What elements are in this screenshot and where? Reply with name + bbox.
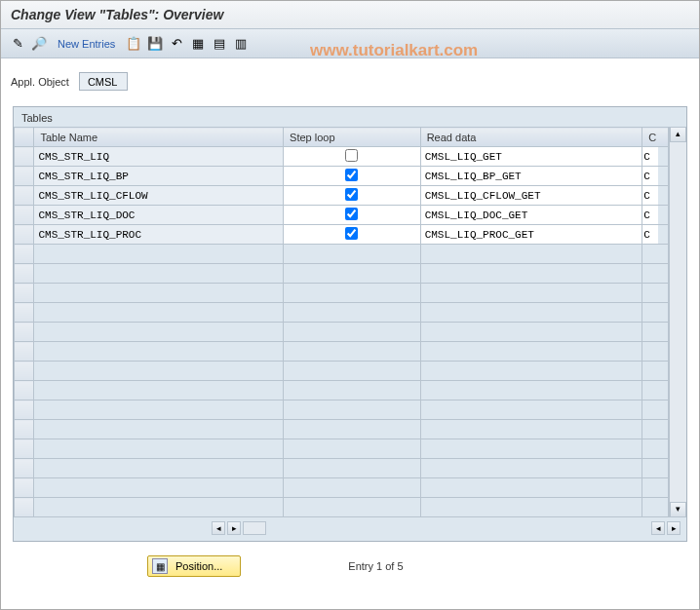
- cell-c: [642, 147, 669, 167]
- empty-cell: [34, 303, 284, 323]
- cell-c: [642, 206, 669, 225]
- row-selector[interactable]: [15, 362, 34, 381]
- empty-cell: [284, 439, 421, 459]
- step-loop-checkbox[interactable]: [345, 188, 358, 201]
- position-button[interactable]: ▦ Position...: [147, 555, 241, 577]
- col-step-loop[interactable]: Step loop: [284, 128, 421, 147]
- row-selector[interactable]: [15, 420, 34, 439]
- row-selector[interactable]: [15, 400, 34, 420]
- table-name-cell[interactable]: [34, 225, 283, 244]
- change-icon[interactable]: ✎: [9, 35, 26, 53]
- empty-cell: [284, 420, 421, 439]
- read-data-cell[interactable]: [421, 206, 642, 224]
- cell-table-name: [34, 186, 284, 206]
- scroll-down-icon[interactable]: ▾: [670, 502, 686, 517]
- cell-table-name: [34, 167, 284, 186]
- read-data-cell[interactable]: [421, 225, 642, 244]
- c-cell[interactable]: [642, 206, 658, 224]
- empty-cell: [642, 420, 669, 439]
- row-selector[interactable]: [15, 342, 34, 362]
- select-block-icon[interactable]: ▤: [211, 35, 228, 53]
- read-data-cell[interactable]: [421, 167, 642, 185]
- empty-cell: [420, 478, 642, 498]
- hscroll-left-icon[interactable]: ◂: [212, 521, 225, 535]
- step-loop-checkbox[interactable]: [345, 227, 358, 240]
- row-selector[interactable]: [15, 478, 34, 498]
- new-entries-button[interactable]: New Entries: [52, 38, 121, 50]
- empty-cell: [34, 284, 284, 303]
- position-label: Position...: [175, 560, 222, 572]
- entry-counter: Entry 1 of 5: [348, 560, 403, 572]
- col-table-name[interactable]: Table Name: [34, 128, 284, 147]
- empty-cell: [420, 303, 642, 323]
- select-all-icon[interactable]: ▦: [189, 35, 207, 53]
- empty-cell: [420, 323, 642, 342]
- row-selector[interactable]: [15, 439, 34, 459]
- display-icon[interactable]: 🔎: [30, 35, 48, 53]
- c-cell[interactable]: [642, 147, 658, 166]
- row-selector[interactable]: [15, 167, 34, 186]
- undo-icon[interactable]: ↶: [168, 35, 185, 53]
- vertical-scrollbar[interactable]: ▴ ▾: [669, 127, 686, 517]
- empty-cell: [420, 420, 642, 439]
- toolbar: ✎ 🔎 New Entries 📋 💾 ↶ ▦ ▤ ▥: [1, 29, 699, 58]
- table-row-empty: [15, 381, 669, 400]
- empty-cell: [34, 362, 284, 381]
- table-row: [15, 225, 669, 245]
- read-data-cell[interactable]: [421, 147, 642, 166]
- row-selector[interactable]: [15, 498, 34, 517]
- row-selector[interactable]: [15, 303, 34, 323]
- copy-icon[interactable]: 📋: [125, 35, 142, 53]
- table-row-empty: [15, 303, 669, 323]
- step-loop-checkbox[interactable]: [345, 208, 358, 220]
- row-selector[interactable]: [15, 459, 34, 478]
- hscroll-left2-icon[interactable]: ◂: [651, 521, 665, 535]
- row-selector[interactable]: [15, 323, 34, 342]
- empty-cell: [34, 420, 284, 439]
- row-selector[interactable]: [15, 264, 34, 284]
- table-name-cell[interactable]: [34, 147, 283, 166]
- scroll-track[interactable]: [670, 142, 686, 502]
- table-row-empty: [15, 400, 669, 420]
- col-selector[interactable]: [15, 128, 34, 147]
- step-loop-checkbox[interactable]: [345, 149, 358, 162]
- hscroll-right2-icon[interactable]: ▸: [667, 521, 681, 535]
- col-read-data[interactable]: Read data: [420, 128, 642, 147]
- row-selector[interactable]: [15, 284, 34, 303]
- footer: ▦ Position... Entry 1 of 5: [1, 548, 699, 577]
- row-selector[interactable]: [15, 186, 34, 206]
- hscroll-right-icon[interactable]: ▸: [227, 521, 241, 535]
- table-name-cell[interactable]: [34, 206, 283, 224]
- table-name-cell[interactable]: [34, 186, 283, 205]
- row-selector[interactable]: [15, 206, 34, 225]
- empty-cell: [642, 303, 669, 323]
- empty-cell: [642, 381, 669, 400]
- row-selector[interactable]: [15, 147, 34, 167]
- save-icon[interactable]: 💾: [146, 35, 164, 53]
- c-cell[interactable]: [642, 167, 658, 185]
- appl-object-field[interactable]: [79, 72, 128, 91]
- hscroll-track[interactable]: [243, 521, 266, 535]
- c-cell[interactable]: [642, 225, 658, 244]
- table-row: [15, 186, 669, 206]
- grid-caption: Tables: [14, 107, 686, 127]
- scroll-up-icon[interactable]: ▴: [670, 127, 686, 142]
- table-row-empty: [15, 459, 669, 478]
- empty-cell: [420, 498, 642, 517]
- cell-step-loop: [284, 225, 421, 245]
- table-name-cell[interactable]: [34, 167, 283, 185]
- row-selector[interactable]: [15, 381, 34, 400]
- read-data-cell[interactable]: [421, 186, 642, 205]
- empty-cell: [284, 381, 421, 400]
- deselect-icon[interactable]: ▥: [232, 35, 250, 53]
- step-loop-checkbox[interactable]: [345, 169, 358, 181]
- horizontal-scrollbar: ◂ ▸ ◂ ▸: [14, 517, 686, 541]
- empty-cell: [34, 400, 284, 420]
- empty-cell: [420, 362, 642, 381]
- empty-cell: [284, 478, 421, 498]
- col-c[interactable]: C: [642, 128, 669, 147]
- c-cell[interactable]: [642, 186, 658, 205]
- row-selector[interactable]: [15, 245, 34, 264]
- row-selector[interactable]: [15, 225, 34, 245]
- empty-cell: [642, 284, 669, 303]
